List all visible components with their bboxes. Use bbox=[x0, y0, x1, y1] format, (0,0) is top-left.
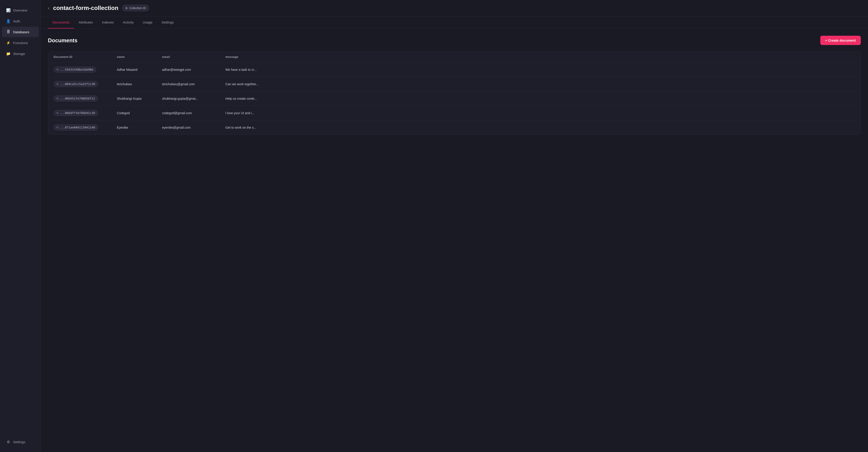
sidebar-bottom: ⚙ Settings bbox=[0, 436, 40, 448]
doc-message-cell: Help us create conte... bbox=[225, 97, 855, 100]
doc-id-cell: ⧉ ...06b551fe708056f11 bbox=[54, 95, 117, 101]
col-header-document_id: Document ID bbox=[54, 55, 117, 59]
doc-message-cell: I love your UI and i... bbox=[225, 111, 855, 115]
col-header-email: email bbox=[162, 55, 225, 59]
create-document-label: + Create document bbox=[825, 38, 856, 42]
settings-icon: ⚙ bbox=[6, 440, 10, 444]
doc-id-cell: ⧉ ...071ae804113941140 bbox=[54, 124, 117, 130]
table-body: ⧉ ...55631438be3ab90e Adhar Masand adhar… bbox=[48, 62, 861, 134]
sidebar-label-settings: Settings bbox=[13, 440, 25, 444]
doc-id-badge: ⧉ ...06bdff3ef6bb91c20 bbox=[54, 110, 98, 116]
table-row[interactable]: ⧉ ...55631438be3ab90e Adhar Masand adhar… bbox=[48, 62, 861, 77]
doc-message-cell: Get to work on the s... bbox=[225, 126, 855, 129]
doc-id-value: ...06bdff3ef6bb91c20 bbox=[60, 111, 95, 115]
col-header-message: message bbox=[225, 55, 855, 59]
auth-icon: 👤 bbox=[6, 19, 10, 23]
sidebar-bottom-nav: ⚙ Settings bbox=[0, 436, 40, 447]
overview-icon: 📊 bbox=[6, 8, 10, 12]
sidebar-label-auth: Auth bbox=[13, 19, 20, 23]
collection-id-button[interactable]: ⧉ Collection ID bbox=[122, 5, 149, 11]
doc-email-cell: shubhangi.gupta@gmai... bbox=[162, 97, 225, 100]
copy-icon: ⧉ bbox=[57, 112, 58, 114]
sidebar-item-overview[interactable]: 📊 Overview bbox=[2, 5, 39, 16]
doc-id-cell: ⧉ ...06bdff3ef6bb91c20 bbox=[54, 110, 117, 116]
tab-settings[interactable]: Settings bbox=[157, 16, 178, 28]
table-row[interactable]: ⧉ ...06bdff3ef6bb91c20 Codegod codegod@g… bbox=[48, 106, 861, 120]
doc-id-badge: ⧉ ...06b551fe708056f11 bbox=[54, 95, 98, 101]
table-row[interactable]: ⧉ ...069ce5cc5a23f1c30 terichukwu terich… bbox=[48, 77, 861, 91]
doc-id-cell: ⧉ ...069ce5cc5a23f1c30 bbox=[54, 81, 117, 87]
sidebar-label-storage: Storage bbox=[13, 52, 25, 56]
page-title: contact-form-collection bbox=[53, 4, 119, 11]
doc-id-value: ...069ce5cc5a23f1c30 bbox=[60, 82, 95, 86]
doc-name-cell: Codegod bbox=[117, 111, 162, 115]
doc-email-cell: codegod@gmail.com bbox=[162, 111, 225, 115]
content-title: Documents bbox=[48, 37, 78, 43]
doc-id-badge: ⧉ ...069ce5cc5a23f1c30 bbox=[54, 81, 98, 87]
sidebar-item-auth[interactable]: 👤 Auth bbox=[2, 16, 39, 26]
main-content: ‹ contact-form-collection ⧉ Collection I… bbox=[41, 0, 868, 452]
doc-id-value: ...071ae804113941140 bbox=[60, 126, 95, 129]
doc-name-cell: Shubhangi Gupta bbox=[117, 97, 162, 100]
table-header: Document IDnameemailmessage bbox=[48, 52, 861, 62]
sidebar-item-databases[interactable]: 🗄 Databases bbox=[2, 27, 39, 37]
doc-name-cell: Adhar Masand bbox=[117, 68, 162, 71]
sidebar-item-storage[interactable]: 📁 Storage bbox=[2, 49, 39, 59]
sidebar-label-functions: Functions bbox=[13, 41, 28, 45]
back-button[interactable]: ‹ bbox=[48, 5, 50, 11]
documents-table: Document IDnameemailmessage ⧉ ...5563143… bbox=[48, 51, 861, 135]
doc-id-value: ...55631438be3ab90e bbox=[60, 68, 93, 71]
sidebar-item-settings[interactable]: ⚙ Settings bbox=[2, 436, 39, 447]
copy-icon: ⧉ bbox=[57, 97, 58, 100]
doc-email-cell: eyenike@gmail.com bbox=[162, 126, 225, 129]
doc-email-cell: terichukwu@gmail.com bbox=[162, 82, 225, 86]
sidebar: 📊 Overview 👤 Auth 🗄 Databases ⚡ Function… bbox=[0, 0, 41, 452]
functions-icon: ⚡ bbox=[6, 41, 10, 45]
content-area: Documents + Create document Document IDn… bbox=[41, 29, 868, 452]
sidebar-label-databases: Databases bbox=[13, 30, 29, 34]
storage-icon: 📁 bbox=[6, 52, 10, 56]
tabs-bar: DocumentsAttributesIndexesActivityUsageS… bbox=[41, 16, 868, 29]
doc-id-cell: ⧉ ...55631438be3ab90e bbox=[54, 66, 117, 72]
tab-activity[interactable]: Activity bbox=[119, 16, 138, 28]
page-header: ‹ contact-form-collection ⧉ Collection I… bbox=[41, 0, 868, 16]
tab-attributes[interactable]: Attributes bbox=[74, 16, 97, 28]
tab-documents[interactable]: Documents bbox=[48, 16, 74, 28]
copy-icon: ⧉ bbox=[57, 83, 58, 86]
content-header: Documents + Create document bbox=[48, 36, 861, 45]
databases-icon: 🗄 bbox=[6, 30, 10, 34]
table-row[interactable]: ⧉ ...06b551fe708056f11 Shubhangi Gupta s… bbox=[48, 91, 861, 106]
doc-name-cell: terichukwu bbox=[117, 82, 162, 86]
copy-icon: ⧉ bbox=[57, 126, 58, 129]
copy-icon: ⧉ bbox=[57, 68, 58, 71]
tab-indexes[interactable]: Indexes bbox=[97, 16, 119, 28]
doc-email-cell: adhar@wisegpt.com bbox=[162, 68, 225, 71]
doc-message-cell: Can we work together... bbox=[225, 82, 855, 86]
sidebar-item-functions[interactable]: ⚡ Functions bbox=[2, 37, 39, 48]
sidebar-label-overview: Overview bbox=[13, 8, 27, 12]
doc-message-cell: We have a task to cr... bbox=[225, 68, 855, 71]
col-header-name: name bbox=[117, 55, 162, 59]
sidebar-nav: 📊 Overview 👤 Auth 🗄 Databases ⚡ Function… bbox=[0, 4, 40, 59]
doc-name-cell: Eyenike bbox=[117, 126, 162, 129]
create-document-button[interactable]: + Create document bbox=[820, 36, 861, 45]
doc-id-badge: ⧉ ...55631438be3ab90e bbox=[54, 66, 96, 72]
doc-id-badge: ⧉ ...071ae804113941140 bbox=[54, 124, 98, 130]
tab-usage[interactable]: Usage bbox=[138, 16, 157, 28]
collection-id-label: Collection ID bbox=[129, 6, 146, 10]
table-row[interactable]: ⧉ ...071ae804113941140 Eyenike eyenike@g… bbox=[48, 120, 861, 134]
doc-id-value: ...06b551fe708056f11 bbox=[60, 97, 95, 100]
copy-icon: ⧉ bbox=[125, 6, 127, 10]
